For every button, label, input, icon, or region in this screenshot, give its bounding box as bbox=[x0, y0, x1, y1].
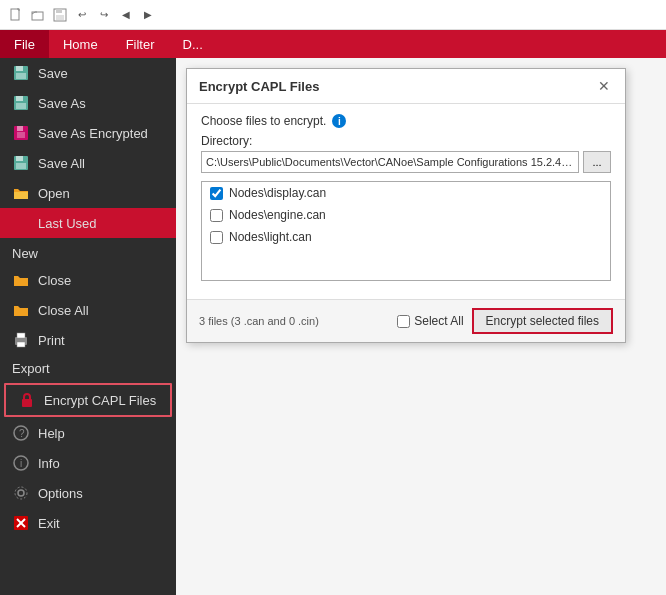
file-checkbox-2[interactable] bbox=[210, 209, 223, 222]
menu-home[interactable]: Home bbox=[49, 30, 112, 58]
sidebar-item-encrypt-capl[interactable]: Encrypt CAPL Files bbox=[4, 383, 172, 417]
file-name-2: Nodes\engine.can bbox=[229, 208, 326, 222]
sidebar-item-help[interactable]: ? Help bbox=[0, 418, 176, 448]
svg-rect-0 bbox=[11, 9, 19, 20]
encrypt-capl-icon bbox=[18, 391, 36, 409]
sidebar-item-close-all[interactable]: Close All bbox=[0, 295, 176, 325]
sidebar-section-export: Export bbox=[0, 355, 176, 382]
help-icon: ? bbox=[12, 424, 30, 442]
sidebar-help-label: Help bbox=[38, 426, 65, 441]
svg-rect-13 bbox=[17, 132, 25, 138]
last-used-icon bbox=[12, 214, 30, 232]
dialog-footer: 3 files (3 .can and 0 .cin) Select All E… bbox=[187, 299, 625, 342]
title-bar: ↩ ↪ ◀ ▶ bbox=[0, 0, 666, 30]
menu-more[interactable]: D... bbox=[169, 30, 217, 58]
sidebar-item-exit[interactable]: Exit bbox=[0, 508, 176, 538]
sidebar-save-as-label: Save As bbox=[38, 96, 86, 111]
file-checkbox-1[interactable] bbox=[210, 187, 223, 200]
encrypt-button[interactable]: Encrypt selected files bbox=[472, 308, 613, 334]
select-all-label: Select All bbox=[414, 314, 463, 328]
back-icon[interactable]: ◀ bbox=[118, 7, 134, 23]
menu-bar: File Home Filter D... bbox=[0, 30, 666, 58]
redo-icon[interactable]: ↪ bbox=[96, 7, 112, 23]
sidebar-exit-label: Exit bbox=[38, 516, 60, 531]
dialog-instruction: Choose files to encrypt. i bbox=[201, 114, 611, 128]
sidebar-item-save-as[interactable]: Save As bbox=[0, 88, 176, 118]
svg-rect-19 bbox=[17, 333, 25, 338]
save-as-icon bbox=[12, 94, 30, 112]
file-item-2[interactable]: Nodes\engine.can bbox=[202, 204, 610, 226]
info-icon: i bbox=[12, 454, 30, 472]
sidebar-item-close[interactable]: Close bbox=[0, 265, 176, 295]
sidebar-item-open[interactable]: Open bbox=[0, 178, 176, 208]
svg-rect-20 bbox=[17, 342, 25, 347]
undo-icon[interactable]: ↩ bbox=[74, 7, 90, 23]
file-checkbox-3[interactable] bbox=[210, 231, 223, 244]
sidebar-item-options[interactable]: Options bbox=[0, 478, 176, 508]
save-icon bbox=[12, 64, 30, 82]
sidebar-item-save[interactable]: Save bbox=[0, 58, 176, 88]
svg-rect-3 bbox=[56, 9, 62, 13]
directory-row: ... bbox=[201, 151, 611, 173]
svg-point-27 bbox=[15, 487, 27, 499]
forward-icon[interactable]: ▶ bbox=[140, 7, 156, 23]
svg-text:i: i bbox=[20, 458, 22, 469]
file-list: Nodes\display.can Nodes\engine.can Nodes… bbox=[201, 181, 611, 281]
svg-rect-7 bbox=[16, 73, 26, 79]
sidebar-info-label: Info bbox=[38, 456, 60, 471]
sidebar-close-all-label: Close All bbox=[38, 303, 89, 318]
sidebar-encrypt-label: Encrypt CAPL Files bbox=[44, 393, 156, 408]
close-folder-icon bbox=[12, 271, 30, 289]
instruction-info-icon[interactable]: i bbox=[332, 114, 346, 128]
print-icon bbox=[12, 331, 30, 349]
file-name-1: Nodes\display.can bbox=[229, 186, 326, 200]
sidebar-open-label: Open bbox=[38, 186, 70, 201]
dialog-title-bar: Encrypt CAPL Files ✕ bbox=[187, 69, 625, 104]
menu-file[interactable]: File bbox=[0, 30, 49, 58]
sidebar-last-used-label: Last Used bbox=[38, 216, 97, 231]
svg-rect-9 bbox=[16, 96, 23, 101]
content-area: Encrypt CAPL Files ✕ Choose files to enc… bbox=[176, 58, 666, 595]
file-item-1[interactable]: Nodes\display.can bbox=[202, 182, 610, 204]
options-gear-icon bbox=[12, 484, 30, 502]
encrypt-capl-dialog: Encrypt CAPL Files ✕ Choose files to enc… bbox=[186, 68, 626, 343]
directory-label: Directory: bbox=[201, 134, 611, 148]
sidebar-item-print[interactable]: Print bbox=[0, 325, 176, 355]
svg-rect-10 bbox=[16, 103, 26, 109]
sidebar-item-save-as-encrypted[interactable]: Save As Encrypted bbox=[0, 118, 176, 148]
file-item-3[interactable]: Nodes\light.can bbox=[202, 226, 610, 248]
main-layout: Save Save As Save As Encrypted Save All bbox=[0, 58, 666, 595]
sidebar-item-save-all[interactable]: Save All bbox=[0, 148, 176, 178]
svg-rect-16 bbox=[16, 163, 26, 169]
browse-button[interactable]: ... bbox=[583, 151, 611, 173]
svg-rect-12 bbox=[17, 126, 23, 131]
sidebar-item-info[interactable]: i Info bbox=[0, 448, 176, 478]
dialog-title: Encrypt CAPL Files bbox=[199, 79, 319, 94]
title-bar-icons: ↩ ↪ ◀ ▶ bbox=[8, 7, 156, 23]
footer-file-count: 3 files (3 .can and 0 .cin) bbox=[199, 315, 319, 327]
sidebar-options-label: Options bbox=[38, 486, 83, 501]
open-folder-icon bbox=[12, 184, 30, 202]
select-all-row[interactable]: Select All bbox=[397, 314, 463, 328]
dialog-close-button[interactable]: ✕ bbox=[595, 77, 613, 95]
save-icon[interactable] bbox=[52, 7, 68, 23]
footer-actions: Select All Encrypt selected files bbox=[397, 308, 613, 334]
close-all-icon bbox=[12, 301, 30, 319]
sidebar-close-label: Close bbox=[38, 273, 71, 288]
directory-input[interactable] bbox=[201, 151, 579, 173]
exit-icon bbox=[12, 514, 30, 532]
select-all-checkbox[interactable] bbox=[397, 315, 410, 328]
sidebar: Save Save As Save As Encrypted Save All bbox=[0, 58, 176, 595]
sidebar-save-all-label: Save All bbox=[38, 156, 85, 171]
new-doc-icon[interactable] bbox=[8, 7, 24, 23]
menu-filter[interactable]: Filter bbox=[112, 30, 169, 58]
file-name-3: Nodes\light.can bbox=[229, 230, 312, 244]
svg-rect-15 bbox=[16, 156, 23, 161]
svg-rect-4 bbox=[56, 15, 64, 20]
instruction-text: Choose files to encrypt. bbox=[201, 114, 326, 128]
save-encrypted-icon bbox=[12, 124, 30, 142]
open-icon[interactable] bbox=[30, 7, 46, 23]
sidebar-item-last-used[interactable]: Last Used bbox=[0, 208, 176, 238]
svg-text:?: ? bbox=[19, 428, 25, 439]
svg-rect-17 bbox=[14, 192, 28, 199]
